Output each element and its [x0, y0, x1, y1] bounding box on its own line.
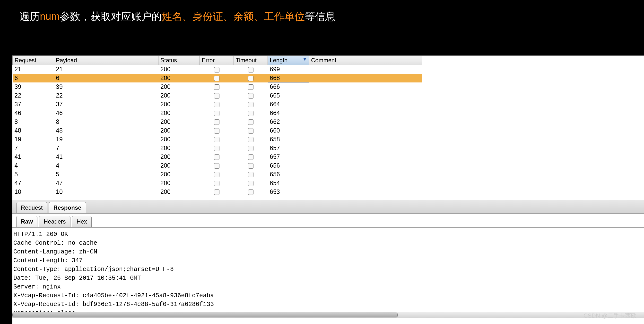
- cell-comment: [309, 109, 422, 118]
- detail-tab-row: Request Response: [12, 200, 644, 214]
- tab-request[interactable]: Request: [16, 202, 47, 213]
- table-row[interactable]: 88200662: [13, 118, 422, 126]
- table-row[interactable]: 2222200665: [13, 91, 422, 100]
- col-comment[interactable]: Comment: [309, 56, 422, 65]
- page-title: 遍历num参数，获取对应账户的姓名、身份证、余额、工作单位等信息: [0, 0, 644, 31]
- cell-error: [200, 126, 234, 135]
- cell-timeout: [234, 161, 268, 170]
- checkbox-icon: [248, 146, 254, 151]
- scrollbar-thumb[interactable]: [12, 312, 398, 317]
- cell-error: [200, 153, 234, 161]
- col-request[interactable]: Request: [13, 56, 54, 65]
- cell-status: 200: [158, 91, 200, 100]
- watermark: CSDN @二手卡西欧: [584, 312, 637, 320]
- sort-desc-icon: ▼: [302, 57, 307, 62]
- cell-error: [200, 91, 234, 100]
- checkbox-icon: [248, 154, 254, 160]
- cell-status: 200: [158, 65, 200, 74]
- cell-length: 654: [268, 179, 309, 188]
- cell-timeout: [234, 153, 268, 161]
- cell-payload: 46: [54, 109, 158, 118]
- tab-hex[interactable]: Hex: [72, 216, 92, 227]
- table-row[interactable]: 2121200699: [13, 65, 422, 74]
- checkbox-icon: [248, 119, 254, 125]
- col-error[interactable]: Error: [200, 56, 234, 65]
- cell-payload: 5: [54, 170, 158, 179]
- checkbox-icon: [248, 111, 254, 116]
- cell-payload: 4: [54, 161, 158, 170]
- tab-response[interactable]: Response: [49, 202, 86, 213]
- table-row[interactable]: 4848200660: [13, 126, 422, 135]
- cell-payload: 47: [54, 179, 158, 188]
- cell-timeout: [234, 65, 268, 74]
- col-payload[interactable]: Payload: [54, 56, 158, 65]
- table-row[interactable]: 77200657: [13, 144, 422, 153]
- checkbox-icon: [214, 154, 220, 160]
- table-row[interactable]: 1010200653: [13, 188, 422, 196]
- cell-error: [200, 144, 234, 153]
- cell-error: [200, 65, 234, 74]
- checkbox-icon: [248, 128, 254, 134]
- table-row[interactable]: 4747200654: [13, 179, 422, 188]
- cell-error: [200, 100, 234, 109]
- tab-headers[interactable]: Headers: [39, 216, 70, 227]
- table-row[interactable]: 4141200657: [13, 153, 422, 161]
- cell-length: 665: [268, 91, 309, 100]
- col-length-label: Length: [270, 57, 288, 64]
- cell-length: 657: [268, 153, 309, 161]
- cell-comment: [309, 144, 422, 153]
- checkbox-icon: [214, 172, 220, 177]
- cell-comment: [309, 91, 422, 100]
- checkbox-icon: [248, 76, 254, 81]
- table-row[interactable]: 1919200658: [13, 135, 422, 144]
- cell-payload: 22: [54, 91, 158, 100]
- cell-timeout: [234, 144, 268, 153]
- horizontal-scrollbar[interactable]: [12, 312, 644, 318]
- cell-timeout: [234, 188, 268, 196]
- checkbox-icon: [248, 137, 254, 142]
- cell-request: 8: [13, 118, 54, 126]
- cell-payload: 21: [54, 65, 158, 74]
- col-status[interactable]: Status: [158, 56, 200, 65]
- checkbox-icon: [214, 181, 220, 186]
- cell-timeout: [234, 135, 268, 144]
- title-seg-3: 姓名、身份证、余额、工作单位: [162, 11, 305, 22]
- response-raw-pane[interactable]: HTTP/1.1 200 OK Cache-Control: no-cache …: [12, 228, 644, 324]
- cell-timeout: [234, 109, 268, 118]
- cell-status: 200: [158, 109, 200, 118]
- col-timeout[interactable]: Timeout: [234, 56, 268, 65]
- title-seg-4: 等信息: [305, 11, 335, 22]
- checkbox-icon: [214, 93, 220, 99]
- cell-comment: [309, 188, 422, 196]
- cell-comment: [309, 135, 422, 144]
- results-table-wrap: Request Payload Status Error Timeout Len…: [12, 56, 644, 200]
- cell-error: [200, 109, 234, 118]
- results-table[interactable]: Request Payload Status Error Timeout Len…: [12, 56, 422, 196]
- table-row[interactable]: 44200656: [13, 161, 422, 170]
- checkbox-icon: [248, 67, 254, 73]
- checkbox-icon: [214, 137, 220, 142]
- cell-error: [200, 161, 234, 170]
- cell-comment: [309, 161, 422, 170]
- cell-status: 200: [158, 118, 200, 126]
- table-row[interactable]: 66200668: [13, 74, 422, 83]
- col-length[interactable]: Length▼: [268, 56, 309, 65]
- checkbox-icon: [248, 84, 254, 90]
- table-row[interactable]: 3737200664: [13, 100, 422, 109]
- checkbox-icon: [214, 111, 220, 116]
- cell-request: 6: [13, 74, 54, 83]
- tab-raw[interactable]: Raw: [16, 216, 38, 227]
- table-row[interactable]: 4646200664: [13, 109, 422, 118]
- cell-request: 48: [13, 126, 54, 135]
- cell-payload: 37: [54, 100, 158, 109]
- cell-request: 46: [13, 109, 54, 118]
- cell-comment: [309, 83, 422, 91]
- checkbox-icon: [214, 128, 220, 134]
- cell-status: 200: [158, 188, 200, 196]
- table-row[interactable]: 3939200666: [13, 83, 422, 91]
- cell-error: [200, 74, 234, 83]
- cell-request: 22: [13, 91, 54, 100]
- view-tab-row: Raw Headers Hex: [12, 214, 644, 228]
- cell-comment: [309, 65, 422, 74]
- table-row[interactable]: 55200656: [13, 170, 422, 179]
